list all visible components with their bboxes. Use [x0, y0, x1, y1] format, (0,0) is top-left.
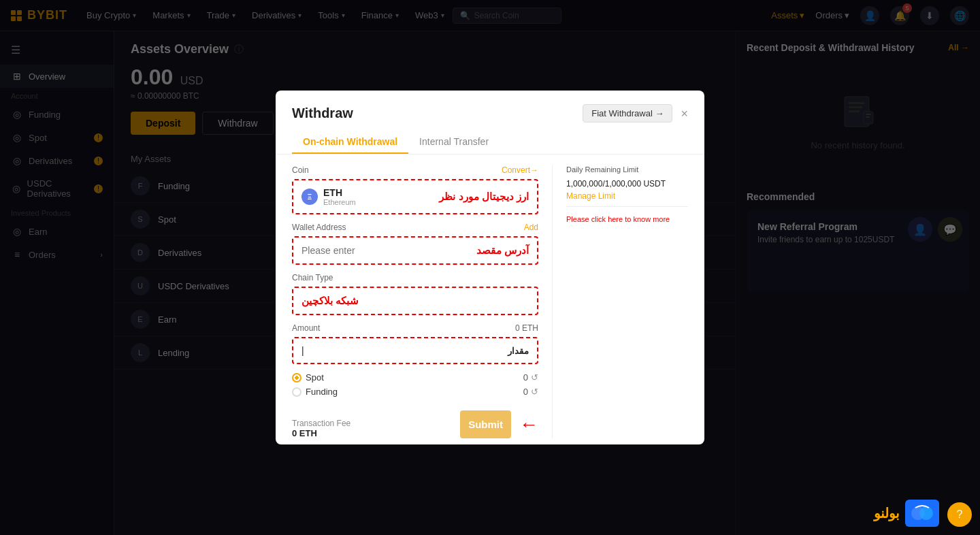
- submit-button[interactable]: Submit: [460, 410, 511, 438]
- amount-input[interactable]: [301, 345, 508, 356]
- refresh-icon[interactable]: ↺: [531, 372, 538, 383]
- arrow-right-icon: ←: [519, 414, 538, 436]
- amount-field-label: Amount 0 ETH: [292, 323, 538, 333]
- spot-label: Spot: [306, 372, 324, 383]
- coin-annotation: ارز دیجیتال مورد نظر: [439, 191, 529, 203]
- fiat-withdrawal-button[interactable]: Fiat Withdrawal →: [583, 104, 672, 123]
- daily-limit-label: Daily Remaining Limit: [566, 165, 688, 174]
- withdraw-modal: Withdraw Fiat Withdrawal → × On-chain Wi…: [276, 91, 704, 444]
- tab-on-chain-withdrawal[interactable]: On-chain Withdrawal: [292, 131, 408, 154]
- modal-body: Coin Convert→ Ξ ETH Ethereum ارز دیجیتال…: [276, 155, 704, 449]
- watermark: بولنو: [874, 500, 939, 527]
- modal-tabs: On-chain Withdrawal Internal Transfer: [276, 123, 704, 155]
- funding-radio-row: Funding 0 ↺: [292, 387, 538, 397]
- funding-value: 0 ↺: [523, 387, 538, 397]
- eth-icon: Ξ: [301, 189, 318, 205]
- funding-radio-button[interactable]: [292, 387, 301, 397]
- chain-selector[interactable]: شبکه بلاکچین: [292, 287, 538, 315]
- support-button[interactable]: ?: [947, 502, 972, 527]
- chain-field-label: Chain Type: [292, 273, 538, 282]
- coin-selector[interactable]: Ξ ETH Ethereum ارز دیجیتال مورد نظر: [292, 179, 538, 214]
- support-icon: ?: [957, 508, 963, 521]
- modal-right: Daily Remaining Limit 1,000,000/1,000,00…: [552, 165, 688, 438]
- spot-radio[interactable]: Spot: [292, 372, 324, 383]
- refresh-icon-2[interactable]: ↺: [531, 387, 538, 397]
- spot-radio-button[interactable]: [292, 373, 301, 383]
- coin-info: ETH Ethereum: [323, 187, 356, 206]
- amount-field[interactable]: مقدار: [292, 337, 538, 364]
- spot-radio-row: Spot 0 ↺: [292, 372, 538, 383]
- manage-limit-link[interactable]: Manage Limit: [566, 191, 688, 201]
- amount-max-display: 0 ETH: [515, 323, 538, 333]
- modal-title: Withdraw: [292, 106, 353, 121]
- modal-left: Coin Convert→ Ξ ETH Ethereum ارز دیجیتال…: [292, 165, 552, 438]
- watermark-logo: [905, 500, 939, 527]
- modal-overlay[interactable]: Withdraw Fiat Withdrawal → × On-chain Wi…: [0, 0, 980, 535]
- wallet-address-field[interactable]: آدرس مقصد: [292, 236, 538, 265]
- fee-section: Transaction Fee 0 ETH: [292, 419, 350, 438]
- funding-radio[interactable]: Funding: [292, 387, 338, 397]
- tab-internal-transfer[interactable]: Internal Transfer: [408, 131, 500, 154]
- submit-area: Submit ←: [460, 410, 538, 438]
- close-icon[interactable]: ×: [681, 108, 688, 120]
- spot-value: 0 ↺: [523, 372, 538, 383]
- modal-header-right: Fiat Withdrawal → ×: [583, 104, 688, 123]
- add-address-link[interactable]: Add: [524, 223, 538, 232]
- coin-field-label: Coin Convert→: [292, 165, 538, 175]
- wallet-address-input[interactable]: [301, 245, 476, 256]
- wallet-field-label: Wallet Address Add: [292, 223, 538, 232]
- wallet-annotation: آدرس مقصد: [476, 244, 529, 257]
- svg-point-8: [919, 506, 933, 520]
- chain-annotation: شبکه بلاکچین: [301, 295, 359, 307]
- funding-label: Funding: [306, 387, 338, 397]
- amount-annotation: مقدار: [508, 346, 529, 356]
- watermark-text: بولنو: [874, 505, 900, 521]
- daily-limit-value: 1,000,000/1,000,000 USDT: [566, 179, 688, 189]
- modal-header: Withdraw Fiat Withdrawal → ×: [276, 91, 704, 123]
- convert-link[interactable]: Convert→: [502, 165, 538, 175]
- info-link[interactable]: Please click here to know more: [566, 215, 670, 223]
